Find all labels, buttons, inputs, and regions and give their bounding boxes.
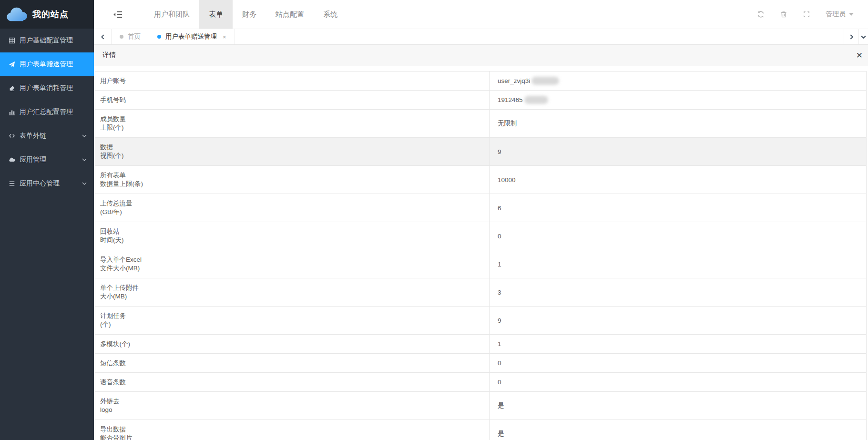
row-label-line: 回收站	[100, 227, 484, 236]
tab-label: 首页	[128, 32, 141, 41]
sidebar-item-2[interactable]: 用户表单消耗管理	[0, 76, 94, 100]
sidebar-item-label: 应用管理	[20, 155, 46, 164]
row-label: 语音条数	[95, 373, 490, 391]
detail-row-4: 所有表单数据量上限(条)10000	[95, 166, 866, 194]
row-value: 10000	[490, 166, 866, 194]
detail-row-7: 导入单个Excel文件大小(MB)1	[95, 250, 866, 278]
row-label: 短信条数	[95, 354, 490, 372]
top-nav-item-2[interactable]: 财务	[233, 0, 266, 29]
content-area: 详情 ✕ 用户账号user_zvjq3i手机号码1912465成员数量上限(个)…	[94, 45, 868, 440]
chevron-down-icon	[82, 133, 87, 138]
sidebar-item-4[interactable]: 表单外链	[0, 124, 94, 148]
tabs-scroll-right-button[interactable]	[844, 29, 858, 44]
bar-chart-icon	[8, 108, 16, 116]
row-value: 0	[490, 373, 866, 391]
user-menu[interactable]: 管理员	[826, 10, 854, 19]
row-label: 数据视图(个)	[95, 138, 490, 165]
row-label-line: 成员数量	[100, 115, 484, 123]
row-label: 上传总流量(GB/年)	[95, 194, 490, 222]
tabs-scroll-left-button[interactable]	[94, 29, 112, 44]
row-label: 手机号码	[95, 91, 490, 109]
top-nav-label: 用户和团队	[154, 10, 190, 19]
sidebar-item-label: 用户表单消耗管理	[20, 84, 73, 92]
detail-row-2: 成员数量上限(个)无限制	[95, 110, 866, 138]
tabbar-spacer	[235, 29, 844, 44]
sidebar-item-0[interactable]: 用户基础配置管理	[0, 29, 94, 52]
code-icon	[8, 132, 16, 140]
collapse-sidebar-icon[interactable]	[113, 10, 123, 19]
panel-title: 详情	[102, 51, 116, 60]
header-actions: 管理员	[757, 0, 868, 29]
row-label: 外链去logo	[95, 392, 490, 420]
row-value: user_zvjq3i	[490, 72, 866, 90]
sidebar-item-label: 表单外链	[20, 132, 46, 140]
row-label: 导入单个Excel文件大小(MB)	[95, 250, 490, 278]
row-value-text: 9	[498, 148, 501, 155]
app-root: 我的站点 用户基础配置管理用户表单赠送管理用户表单消耗管理用户汇总配置管理表单外…	[0, 0, 868, 440]
user-menu-label: 管理员	[826, 10, 846, 19]
row-value: 0	[490, 354, 866, 372]
row-value-text: 0	[498, 359, 501, 367]
row-value-text: 是	[498, 430, 504, 438]
row-label: 计划任务(个)	[95, 307, 490, 334]
sidebar-item-label: 用户基础配置管理	[20, 36, 73, 45]
row-label: 单个上传附件大小(MB)	[95, 278, 490, 306]
row-label-line: 多模块(个)	[100, 340, 484, 348]
sidebar-item-3[interactable]: 用户汇总配置管理	[0, 100, 94, 124]
row-label: 导出数据能否带图片	[95, 420, 490, 440]
trash-icon[interactable]	[780, 10, 787, 18]
row-label-line: 大小(MB)	[100, 292, 484, 301]
top-nav-label: 站点配置	[276, 10, 304, 19]
detail-row-0: 用户账号user_zvjq3i	[95, 72, 866, 91]
eraser-icon	[8, 84, 16, 92]
top-nav-item-3[interactable]: 站点配置	[266, 0, 314, 29]
row-label-line: (GB/年)	[100, 208, 484, 216]
row-label-line: 单个上传附件	[100, 284, 484, 292]
row-label-line: 上传总流量	[100, 199, 484, 208]
row-label-line: 手机号码	[100, 96, 484, 104]
row-label-line: 数据	[100, 143, 484, 152]
row-value: 1	[490, 335, 866, 353]
sidebar-item-6[interactable]: 应用中心管理	[0, 172, 94, 195]
detail-row-11: 短信条数0	[95, 354, 866, 373]
close-tab-icon[interactable]: ×	[223, 33, 226, 41]
row-value: 是	[490, 420, 866, 440]
row-value: 1	[490, 250, 866, 278]
detail-row-13: 外链去logo是	[95, 392, 866, 420]
row-label: 所有表单数据量上限(条)	[95, 166, 490, 194]
grid-icon	[8, 37, 16, 44]
caret-down-icon	[849, 13, 854, 16]
row-value: 9	[490, 307, 866, 334]
sidebar-item-1[interactable]: 用户表单赠送管理	[0, 52, 94, 76]
main-area: 用户和团队表单财务站点配置系统	[94, 0, 868, 440]
top-nav-label: 财务	[242, 10, 256, 19]
sidebar-item-label: 用户表单赠送管理	[20, 60, 73, 69]
refresh-icon[interactable]	[757, 10, 765, 18]
top-nav-item-4[interactable]: 系统	[314, 0, 347, 29]
detail-row-3: 数据视图(个)9	[95, 138, 866, 166]
sidebar-item-5[interactable]: 应用管理	[0, 148, 94, 172]
page-tab-1[interactable]: 用户表单赠送管理×	[149, 29, 235, 44]
row-label-line: 能否带图片	[100, 434, 484, 440]
row-label-line: 计划任务	[100, 312, 484, 320]
tab-status-dot	[120, 35, 123, 39]
tabs-menu-button[interactable]	[858, 29, 868, 44]
top-nav-item-1[interactable]: 表单	[199, 0, 233, 29]
top-nav-item-0[interactable]: 用户和团队	[144, 0, 199, 29]
sidebar-menu: 用户基础配置管理用户表单赠送管理用户表单消耗管理用户汇总配置管理表单外链应用管理…	[0, 29, 94, 195]
row-value: 9	[490, 138, 866, 165]
row-value-text: 9	[498, 317, 501, 324]
sidebar: 我的站点 用户基础配置管理用户表单赠送管理用户表单消耗管理用户汇总配置管理表单外…	[0, 0, 94, 440]
detail-panel-header: 详情 ✕	[94, 45, 868, 66]
detail-row-14: 导出数据能否带图片是	[95, 420, 866, 440]
logo: 我的站点	[0, 0, 94, 29]
page-tab-0[interactable]: 首页	[112, 29, 149, 44]
row-label-line: 文件大小(MB)	[100, 264, 484, 273]
list-icon	[8, 180, 16, 187]
fullscreen-icon[interactable]	[803, 10, 810, 18]
close-panel-icon[interactable]: ✕	[855, 51, 864, 61]
row-label: 成员数量上限(个)	[95, 110, 490, 137]
tab-status-dot	[157, 35, 161, 39]
row-label-line: 语音条数	[100, 378, 484, 387]
detail-row-12: 语音条数0	[95, 373, 866, 392]
